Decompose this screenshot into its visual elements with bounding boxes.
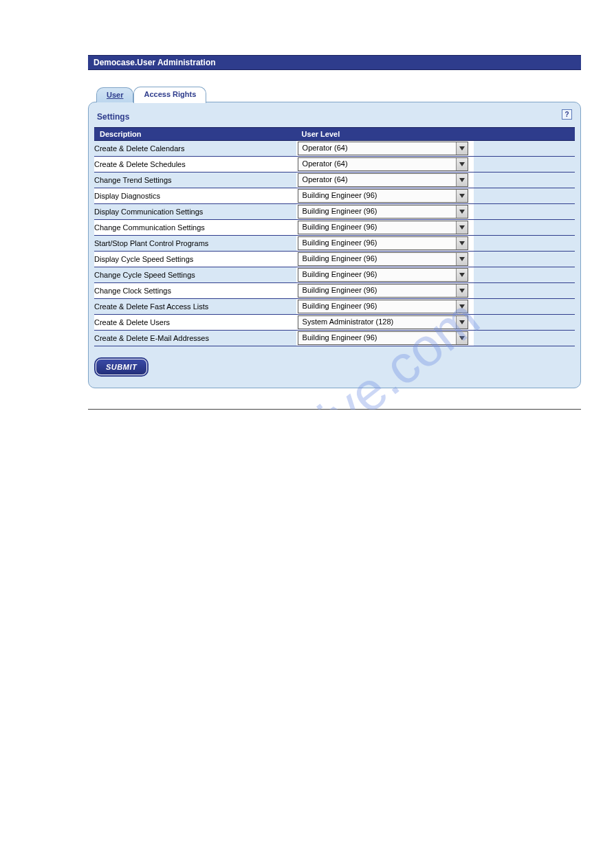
user-level-dropdown[interactable]: System Administrator (128)	[298, 315, 468, 329]
table-row: Create & Delete Fast Access ListsBuildin…	[94, 299, 575, 315]
cell-description: Display Communication Settings	[94, 204, 296, 220]
chevron-down-icon	[456, 221, 468, 234]
cell-empty	[474, 188, 575, 204]
table-row: Create & Delete E-Mail AddressesBuilding…	[94, 331, 575, 346]
cell-user-level: Operator (64)	[296, 173, 474, 188]
user-level-dropdown[interactable]: Building Engineer (96)	[298, 189, 468, 203]
cell-user-level: Building Engineer (96)	[296, 267, 474, 283]
user-level-dropdown[interactable]: Building Engineer (96)	[298, 268, 468, 282]
cell-description: Change Clock Settings	[94, 283, 296, 299]
table-row: Create & Delete CalendarsOperator (64)	[94, 141, 575, 157]
cell-user-level: Building Engineer (96)	[296, 236, 474, 252]
cell-description: Change Communication Settings	[94, 220, 296, 236]
dropdown-value: Operator (64)	[298, 158, 456, 170]
cell-empty	[474, 252, 575, 267]
submit-button[interactable]: SUBMIT	[96, 359, 147, 375]
cell-empty	[474, 236, 575, 252]
cell-empty	[474, 283, 575, 299]
cell-user-level: Operator (64)	[296, 157, 474, 173]
user-level-dropdown[interactable]: Building Engineer (96)	[298, 221, 468, 234]
user-level-dropdown[interactable]: Building Engineer (96)	[298, 236, 468, 250]
cell-description: Display Diagnostics	[94, 188, 296, 204]
user-level-dropdown[interactable]: Building Engineer (96)	[298, 331, 468, 345]
separator	[88, 409, 581, 410]
cell-description: Create & Delete Calendars	[94, 141, 296, 157]
cell-description: Create & Delete Users	[94, 315, 296, 331]
settings-table: Description User Level Create & Delete C…	[94, 127, 575, 346]
panel-title: Settings	[94, 108, 575, 127]
tab-strip: User Access Rights	[88, 87, 581, 102]
dropdown-value: Building Engineer (96)	[298, 332, 456, 344]
cell-empty	[474, 204, 575, 220]
dropdown-value: Building Engineer (96)	[298, 269, 456, 281]
chevron-down-icon	[456, 190, 468, 202]
cell-description: Change Cycle Speed Settings	[94, 267, 296, 283]
dropdown-value: Building Engineer (96)	[298, 285, 456, 297]
table-row: Display DiagnosticsBuilding Engineer (96…	[94, 188, 575, 204]
cell-description: Create & Delete Schedules	[94, 157, 296, 173]
chevron-down-icon	[456, 316, 468, 329]
dropdown-value: System Administrator (128)	[298, 316, 456, 329]
cell-user-level: System Administrator (128)	[296, 315, 474, 331]
cell-empty	[474, 141, 575, 157]
tab-user[interactable]: User	[96, 87, 133, 102]
user-level-dropdown[interactable]: Building Engineer (96)	[298, 284, 468, 298]
cell-empty	[474, 173, 575, 188]
user-level-dropdown[interactable]: Operator (64)	[298, 173, 468, 187]
table-row: Change Cycle Speed SettingsBuilding Engi…	[94, 267, 575, 283]
cell-user-level: Building Engineer (96)	[296, 299, 474, 315]
chevron-down-icon	[456, 285, 468, 297]
user-level-dropdown[interactable]: Building Engineer (96)	[298, 205, 468, 219]
table-row: Display Communication SettingsBuilding E…	[94, 204, 575, 220]
table-row: Start/Stop Plant Control ProgramsBuildin…	[94, 236, 575, 252]
cell-empty	[474, 220, 575, 236]
cell-empty	[474, 331, 575, 346]
cell-description: Start/Stop Plant Control Programs	[94, 236, 296, 252]
cell-description: Create & Delete E-Mail Addresses	[94, 331, 296, 346]
dropdown-value: Building Engineer (96)	[298, 190, 456, 202]
cell-empty	[474, 299, 575, 315]
chevron-down-icon	[456, 253, 468, 265]
dropdown-value: Building Engineer (96)	[298, 253, 456, 265]
cell-empty	[474, 157, 575, 173]
cell-empty	[474, 267, 575, 283]
title-bar: Democase.User Administration	[88, 55, 581, 70]
cell-user-level: Building Engineer (96)	[296, 283, 474, 299]
user-level-dropdown[interactable]: Building Engineer (96)	[298, 300, 468, 313]
table-row: Change Communication SettingsBuilding En…	[94, 220, 575, 236]
table-row: Change Clock SettingsBuilding Engineer (…	[94, 283, 575, 299]
cell-empty	[474, 315, 575, 331]
dropdown-value: Building Engineer (96)	[298, 221, 456, 234]
chevron-down-icon	[456, 142, 468, 155]
cell-description: Change Trend Settings	[94, 173, 296, 188]
table-row: Create & Delete UsersSystem Administrato…	[94, 315, 575, 331]
cell-user-level: Operator (64)	[296, 141, 474, 157]
settings-panel: Settings ? Description User Level Create…	[88, 102, 581, 388]
cell-user-level: Building Engineer (96)	[296, 331, 474, 346]
user-level-dropdown[interactable]: Operator (64)	[298, 157, 468, 171]
chevron-down-icon	[456, 237, 468, 249]
cell-user-level: Building Engineer (96)	[296, 204, 474, 220]
dropdown-value: Building Engineer (96)	[298, 205, 456, 218]
dropdown-value: Operator (64)	[298, 174, 456, 186]
cell-description: Display Cycle Speed Settings	[94, 252, 296, 267]
chevron-down-icon	[456, 332, 468, 344]
chevron-down-icon	[456, 205, 468, 218]
cell-user-level: Building Engineer (96)	[296, 188, 474, 204]
table-row: Create & Delete SchedulesOperator (64)	[94, 157, 575, 173]
user-level-dropdown[interactable]: Operator (64)	[298, 142, 468, 155]
cell-user-level: Building Engineer (96)	[296, 252, 474, 267]
cell-description: Create & Delete Fast Access Lists	[94, 299, 296, 315]
chevron-down-icon	[456, 269, 468, 281]
tab-access-rights[interactable]: Access Rights	[133, 87, 206, 103]
chevron-down-icon	[456, 158, 468, 170]
cell-user-level: Building Engineer (96)	[296, 220, 474, 236]
user-level-dropdown[interactable]: Building Engineer (96)	[298, 252, 468, 266]
dropdown-value: Building Engineer (96)	[298, 300, 456, 313]
col-header-empty	[474, 128, 575, 141]
table-row: Display Cycle Speed SettingsBuilding Eng…	[94, 252, 575, 267]
help-icon[interactable]: ?	[562, 109, 572, 120]
col-header-user-level: User Level	[296, 128, 474, 141]
dropdown-value: Building Engineer (96)	[298, 237, 456, 249]
chevron-down-icon	[456, 300, 468, 313]
